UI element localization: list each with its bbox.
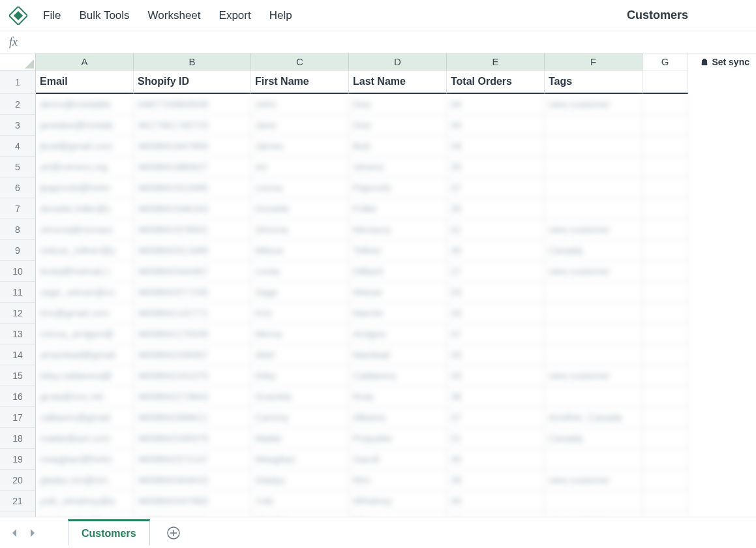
cell[interactable] [643,449,688,470]
cell[interactable]: 45 [447,240,545,261]
cell[interactable]: Maclead [349,344,447,365]
cell[interactable]: 4659692077235 [134,282,251,303]
cell[interactable] [643,94,688,115]
cell[interactable]: Abel [251,344,349,365]
prev-sheet-button[interactable] [5,524,23,542]
cell[interactable] [545,115,643,136]
cell[interactable]: new-customer [545,219,643,240]
cell[interactable]: Flosi [349,511,447,517]
cell[interactable]: 4659691978931 [134,219,251,240]
row-header-16[interactable]: 16 [0,386,36,407]
header-cell[interactable]: Shopify ID [134,70,251,94]
cell[interactable] [643,344,688,365]
cell[interactable] [643,261,688,282]
row-header-12[interactable]: 12 [0,303,36,324]
cell[interactable]: 4659692306611 [134,407,251,428]
row-header-20[interactable]: 20 [0,470,36,491]
table-row[interactable]: amaclead@gmail4659692208307AbelMaclead43 [36,344,688,365]
table-row[interactable]: art@venere.org4659691880627ArtVenere35 [36,157,688,177]
cell[interactable] [643,428,688,449]
cell[interactable]: 35 [447,198,545,219]
cell[interactable]: 28 [447,136,545,157]
cell[interactable]: simona@morasc [36,219,134,240]
cell[interactable]: 43 [447,344,545,365]
cell[interactable]: Mattie [251,428,349,449]
table-row[interactable]: leota@hotmail.c4659692044467LeotaDilliar… [36,261,688,282]
cell[interactable]: 4659692011699 [134,240,251,261]
row-header-3[interactable]: 3 [0,115,36,136]
cell[interactable] [643,177,688,198]
column-header-G[interactable]: G [643,53,688,70]
cell[interactable]: 4659692044467 [134,261,251,282]
row-header-7[interactable]: 7 [0,198,36,219]
row-header-13[interactable]: 13 [0,324,36,344]
column-header-A[interactable]: A [36,53,134,70]
menu-file[interactable]: File [43,9,61,22]
cell[interactable]: yuki_whobrey@a [36,491,134,511]
cell[interactable]: sage_wieser@co [36,282,134,303]
cell[interactable]: Paprocki [349,177,447,198]
table-row[interactable]: sage_wieser@co4659692077235SageWieser53 [36,282,688,303]
cell[interactable]: Graciela [251,386,349,407]
row-header-14[interactable]: 14 [0,344,36,365]
cell[interactable] [643,470,688,491]
cell[interactable] [643,282,688,303]
cell[interactable]: calbares@gmail. [36,407,134,428]
cell[interactable]: 44 [447,94,545,115]
cell[interactable] [545,344,643,365]
cell[interactable]: Wieser [349,282,447,303]
cell[interactable]: 33 [447,303,545,324]
header-cell[interactable]: Email [36,70,134,94]
formula-bar[interactable]: fx [0,31,756,53]
cell[interactable]: Jane [251,115,349,136]
cell[interactable]: John [251,94,349,115]
row-header-1[interactable]: 1 [0,70,36,94]
cell[interactable]: mitsue_tollner@y [36,240,134,261]
header-cell[interactable]: Last Name [349,70,447,94]
cell[interactable] [643,407,688,428]
spreadsheet-grid[interactable]: ABCDEFG Set sync 12345678910111213141516… [0,53,756,517]
cell[interactable]: new-customer [545,511,643,517]
table-row[interactable]: fletcher.flosi@ya4659692470451FletcherFl… [36,511,688,517]
cell[interactable]: Fletcher [251,511,349,517]
cell[interactable]: leota@hotmail.c [36,261,134,282]
cell[interactable] [643,303,688,324]
cell[interactable] [643,136,688,157]
cell[interactable]: new-customer [545,94,643,115]
cell[interactable]: 4659692175539 [134,324,251,344]
row-header-17[interactable]: 17 [0,407,36,428]
cell[interactable] [545,303,643,324]
cell[interactable]: 4659692241075 [134,365,251,386]
table-row[interactable]: mattie@aol.com4659692339379MattiePoquett… [36,428,688,449]
table-row[interactable]: demo@mixtable.4487733903539JohnDoe44new-… [36,94,688,115]
sheet-tab-customers[interactable]: Customers [68,519,150,545]
cell[interactable]: Morasca [349,219,447,240]
header-cell[interactable] [643,70,688,94]
cell[interactable]: lpaprocki@hotm [36,177,134,198]
cell[interactable]: Yuki [251,491,349,511]
cell[interactable]: 4659692372147 [134,449,251,470]
cell[interactable]: Cammy [251,407,349,428]
cell[interactable]: Meaghan [251,449,349,470]
cell[interactable] [643,511,688,517]
row-header-8[interactable]: 8 [0,219,36,240]
cell[interactable]: 40 [447,115,545,136]
row-header-10[interactable]: 10 [0,261,36,282]
cell[interactable]: Whobrey [349,491,447,511]
row-header-2[interactable]: 2 [0,94,36,115]
cells[interactable]: EmailShopify IDFirst NameLast NameTotal … [36,70,688,517]
table-row[interactable]: kiley.caldarera@4659692241075KileyCaldar… [36,365,688,386]
column-header-E[interactable]: E [447,53,545,70]
cell[interactable] [643,198,688,219]
table-row[interactable]: jbutt@gmail.com4659691847859JamesButt28 [36,136,688,157]
add-sheet-button[interactable] [163,523,184,543]
row-header-18[interactable]: 18 [0,428,36,449]
cell[interactable] [643,386,688,407]
cell[interactable] [643,365,688,386]
table-row[interactable]: gladys.rim@rim.4659692404915GladysRim39n… [36,470,688,491]
table-row[interactable]: simona@morasc4659691978931SimonaMorasca4… [36,219,688,240]
cell[interactable]: 43 [447,365,545,386]
cell[interactable]: jbutt@gmail.com [36,136,134,157]
cell[interactable]: janedoe@mixtab [36,115,134,136]
column-header-F[interactable]: F [545,53,643,70]
